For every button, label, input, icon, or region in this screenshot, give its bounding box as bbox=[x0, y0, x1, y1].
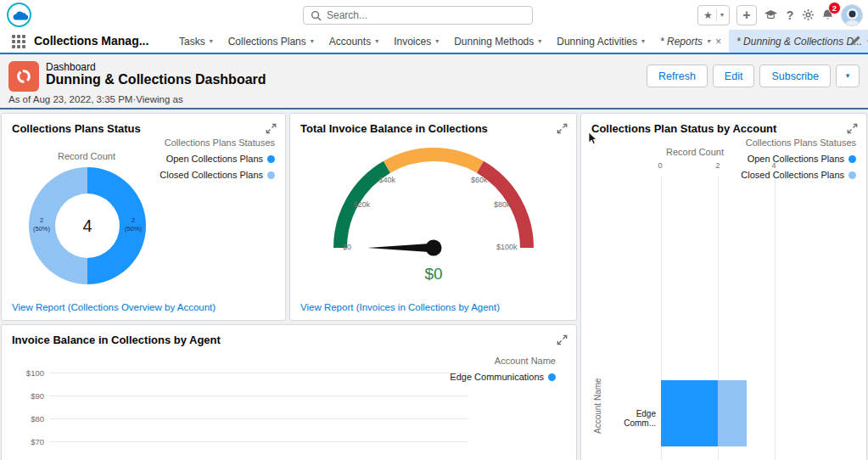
cloud-icon bbox=[11, 9, 28, 21]
legend-item-closed[interactable]: Closed Collections Plans bbox=[741, 170, 856, 180]
nav-tab-collections-plans[interactable]: Collections Plans▾ bbox=[221, 30, 322, 53]
chevron-down-icon[interactable]: ▾ bbox=[720, 12, 724, 19]
stacked-bar[interactable] bbox=[661, 380, 775, 446]
chevron-down-icon[interactable]: ▾ bbox=[210, 38, 213, 45]
card-title: Collections Plans Status bbox=[12, 122, 141, 135]
divider bbox=[716, 8, 717, 21]
gauge-segment-mid bbox=[387, 154, 480, 167]
donut-axis-label: Record Count bbox=[40, 151, 133, 161]
gauge-tick: $80k bbox=[494, 200, 523, 209]
card-total-invoice-balance: Total Invoice Balance in Collections $0 … bbox=[289, 113, 577, 321]
expand-icon[interactable] bbox=[557, 122, 568, 137]
nav-tab-dunning-activities[interactable]: Dunning Activities▾ bbox=[549, 30, 652, 53]
card-title: Collections Plan Status by Account bbox=[591, 122, 776, 135]
user-avatar[interactable] bbox=[841, 4, 863, 26]
refresh-button[interactable]: Refresh bbox=[647, 65, 708, 87]
card-title: Invoice Balance in Collections by Agent bbox=[12, 334, 221, 346]
slice-label-open: 2 (50%) bbox=[119, 216, 148, 233]
legend-item-open[interactable]: Open Collections Plans bbox=[160, 154, 275, 164]
app-launcher-icon[interactable] bbox=[12, 35, 25, 48]
legend-dot bbox=[267, 155, 275, 163]
plus-icon: + bbox=[742, 8, 750, 23]
app-nav-bar: Collections Manag... Tasks▾ Collections … bbox=[0, 30, 868, 54]
global-search[interactable] bbox=[303, 6, 533, 25]
dashboard-icon bbox=[8, 61, 39, 92]
page-type-label: Dashboard bbox=[46, 61, 96, 73]
view-report-link[interactable]: View Report (Collections Overview by Acc… bbox=[12, 302, 216, 312]
nav-tab-tasks[interactable]: Tasks▾ bbox=[171, 30, 221, 53]
legend-title: Collections Plans Statuses bbox=[741, 137, 856, 148]
gauge-tick: $0 bbox=[328, 243, 351, 251]
legend-dot bbox=[848, 155, 856, 163]
chart-legend: Collections Plans Statuses Open Collecti… bbox=[160, 137, 275, 186]
hbar-y-axis-label: Account Name bbox=[593, 350, 602, 460]
help-icon[interactable]: ? bbox=[785, 8, 795, 22]
y-tick: $80 bbox=[8, 414, 44, 424]
card-collections-plan-status-by-account: Collections Plan Status by Account Recor… bbox=[580, 113, 867, 460]
gauge-chart[interactable] bbox=[328, 142, 540, 256]
close-icon[interactable]: × bbox=[715, 36, 721, 48]
page-header: Dashboard Dunning & Collections Dashboar… bbox=[0, 54, 868, 109]
gridline bbox=[49, 441, 468, 442]
nav-tab-invoices[interactable]: Invoices▾ bbox=[386, 30, 446, 53]
more-actions-button[interactable]: ▾ bbox=[836, 65, 860, 87]
chevron-down-icon[interactable]: ▾ bbox=[435, 38, 439, 45]
page-title: Dunning & Collections Dashboard bbox=[46, 72, 266, 87]
gridline bbox=[49, 373, 468, 373]
legend-dot bbox=[548, 373, 556, 381]
expand-icon[interactable] bbox=[847, 122, 858, 137]
mouse-cursor-icon bbox=[588, 132, 597, 149]
dashboard-canvas: Collections Plans Status Record Count 2 … bbox=[0, 109, 868, 460]
gauge-tick: $20k bbox=[344, 200, 370, 209]
legend-item-edge-communications[interactable]: Edge Communications bbox=[450, 372, 556, 382]
gridline bbox=[49, 395, 468, 396]
bar-segment-open[interactable] bbox=[661, 380, 718, 446]
global-actions-button[interactable]: + bbox=[736, 5, 757, 25]
app-name[interactable]: Collections Manag... bbox=[34, 30, 153, 53]
hbar-category-label: Edge Comm... bbox=[603, 409, 656, 428]
gauge-tick: $100k bbox=[496, 243, 530, 251]
chart-legend: Collections Plans Statuses Open Collecti… bbox=[741, 137, 856, 186]
expand-icon[interactable] bbox=[557, 334, 568, 349]
global-header: ★ ▾ + ? 2 bbox=[0, 0, 868, 30]
subscribe-button[interactable]: Subscribe bbox=[759, 65, 831, 87]
card-collections-plans-status: Collections Plans Status Record Count 2 … bbox=[1, 113, 286, 321]
chevron-down-icon[interactable]: ▾ bbox=[707, 38, 710, 45]
bar-segment-closed[interactable] bbox=[718, 380, 747, 446]
edit-button[interactable]: Edit bbox=[713, 65, 755, 87]
x-tick: 2 bbox=[709, 161, 726, 170]
legend-item-closed[interactable]: Closed Collections Plans bbox=[160, 170, 275, 180]
search-input[interactable] bbox=[327, 9, 525, 21]
donut-center-total: 4 bbox=[55, 194, 120, 258]
gridline bbox=[49, 418, 468, 419]
chevron-down-icon[interactable]: ▾ bbox=[641, 38, 645, 45]
card-invoice-balance-by-agent: Invoice Balance in Collections by Agent … bbox=[1, 324, 577, 460]
notifications-bell-icon[interactable]: 2 bbox=[821, 8, 834, 21]
card-title: Total Invoice Balance in Collections bbox=[300, 122, 488, 135]
notification-badge: 2 bbox=[828, 2, 841, 14]
legend-title: Collections Plans Statuses bbox=[160, 137, 275, 148]
star-icon: ★ bbox=[703, 10, 713, 20]
nav-tab-dunning-collections-dashboard[interactable]: * Dunning & Collections D...▾× bbox=[729, 30, 868, 53]
search-icon bbox=[311, 10, 322, 21]
chevron-down-icon[interactable]: ▾ bbox=[375, 38, 378, 45]
nav-tab-dunning-methods[interactable]: Dunning Methods▾ bbox=[446, 30, 549, 53]
chevron-down-icon[interactable]: ▾ bbox=[311, 38, 314, 45]
favorites-button[interactable]: ★ ▾ bbox=[697, 5, 730, 25]
salesforce-app-window: ★ ▾ + ? 2 Collections Manag... bbox=[0, 0, 868, 460]
view-report-link[interactable]: View Report (Invoices in Collections by … bbox=[300, 302, 500, 312]
x-tick: 0 bbox=[652, 161, 669, 170]
edit-nav-pencil-icon[interactable] bbox=[849, 35, 861, 50]
y-tick: $100 bbox=[8, 368, 44, 378]
nav-tab-reports[interactable]: * Reports▾× bbox=[652, 30, 729, 53]
gauge-needle bbox=[367, 240, 442, 256]
guidance-center-icon[interactable] bbox=[764, 9, 778, 20]
setup-gear-icon[interactable] bbox=[802, 8, 815, 21]
global-header-actions: ★ ▾ + ? 2 bbox=[697, 3, 863, 26]
nav-tab-accounts[interactable]: Accounts▾ bbox=[322, 30, 386, 53]
donut-chart[interactable]: 2 (50%) 2 (50%) 4 bbox=[29, 167, 146, 284]
astronaut-avatar-image bbox=[842, 5, 863, 26]
legend-item-open[interactable]: Open Collections Plans bbox=[741, 154, 856, 164]
chevron-down-icon[interactable]: ▾ bbox=[538, 38, 541, 45]
expand-icon[interactable] bbox=[266, 122, 277, 137]
